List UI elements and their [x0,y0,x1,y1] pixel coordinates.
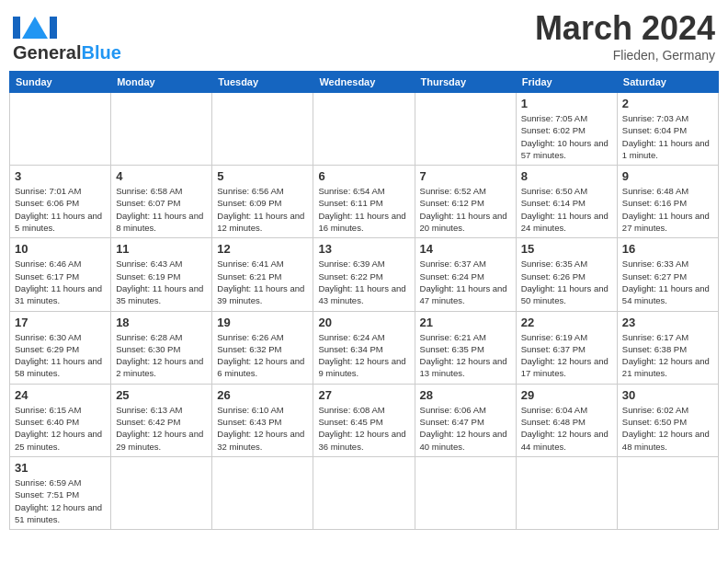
day-number: 26 [217,388,308,402]
calendar-table: Sunday Monday Tuesday Wednesday Thursday… [9,71,719,530]
weekday-header-row: Sunday Monday Tuesday Wednesday Thursday… [10,72,719,93]
calendar-cell: 15Sunrise: 6:35 AM Sunset: 6:26 PM Dayli… [516,238,617,311]
day-number: 3 [15,169,106,183]
day-info: Sunrise: 6:59 AM Sunset: 7:51 PM Dayligh… [15,477,106,525]
day-info: Sunrise: 6:06 AM Sunset: 6:47 PM Dayligh… [420,404,511,453]
calendar-cell: 23Sunrise: 6:17 AM Sunset: 6:38 PM Dayli… [617,311,718,384]
day-number: 21 [420,316,511,329]
day-info: Sunrise: 6:13 AM Sunset: 6:42 PM Dayligh… [116,404,207,453]
day-number: 14 [420,242,511,256]
calendar-cell: 16Sunrise: 6:33 AM Sunset: 6:27 PM Dayli… [617,238,718,311]
calendar-cell: 20Sunrise: 6:24 AM Sunset: 6:34 PM Dayli… [313,311,415,384]
calendar-cell [212,456,313,529]
calendar-cell: 3Sunrise: 7:01 AM Sunset: 6:06 PM Daylig… [10,166,111,238]
day-number: 5 [217,169,308,183]
day-number: 4 [116,169,207,183]
calendar-cell [617,456,718,529]
day-number: 1 [521,97,612,110]
day-number: 17 [15,316,106,329]
calendar-cell: 31Sunrise: 6:59 AM Sunset: 7:51 PM Dayli… [10,456,111,529]
calendar-cell [516,456,617,529]
day-number: 2 [622,97,713,110]
day-info: Sunrise: 6:28 AM Sunset: 6:30 PM Dayligh… [116,331,207,380]
logo-icon [13,9,61,46]
title-section: March 2024 Flieden, Germany [535,9,715,63]
calendar-cell: 30Sunrise: 6:02 AM Sunset: 6:50 PM Dayli… [617,384,718,456]
logo: GeneralBlue [13,9,121,63]
day-number: 31 [15,461,106,475]
calendar-cell: 21Sunrise: 6:21 AM Sunset: 6:35 PM Dayli… [415,311,516,384]
calendar-cell: 18Sunrise: 6:28 AM Sunset: 6:30 PM Dayli… [111,311,212,384]
calendar-cell: 19Sunrise: 6:26 AM Sunset: 6:32 PM Dayli… [212,311,313,384]
calendar-cell [313,456,415,529]
calendar-cell: 27Sunrise: 6:08 AM Sunset: 6:45 PM Dayli… [313,384,415,456]
calendar-week-row: 31Sunrise: 6:59 AM Sunset: 7:51 PM Dayli… [10,456,719,529]
calendar-cell [415,93,516,166]
calendar-cell: 22Sunrise: 6:19 AM Sunset: 6:37 PM Dayli… [516,311,617,384]
day-number: 18 [116,316,207,329]
day-info: Sunrise: 6:43 AM Sunset: 6:19 PM Dayligh… [116,258,207,306]
header-thursday: Thursday [415,72,516,93]
day-info: Sunrise: 7:05 AM Sunset: 6:02 PM Dayligh… [521,112,612,161]
calendar-cell: 10Sunrise: 6:46 AM Sunset: 6:17 PM Dayli… [10,238,111,311]
logo-blue-text: Blue [81,42,120,63]
day-info: Sunrise: 6:46 AM Sunset: 6:17 PM Dayligh… [15,258,106,306]
calendar-cell: 8Sunrise: 6:50 AM Sunset: 6:14 PM Daylig… [516,166,617,238]
day-info: Sunrise: 6:52 AM Sunset: 6:12 PM Dayligh… [420,185,511,234]
day-number: 20 [318,316,409,329]
calendar-cell: 7Sunrise: 6:52 AM Sunset: 6:12 PM Daylig… [415,166,516,238]
day-number: 28 [420,388,511,402]
day-info: Sunrise: 6:35 AM Sunset: 6:26 PM Dayligh… [521,258,612,306]
day-number: 10 [15,242,106,256]
day-info: Sunrise: 6:41 AM Sunset: 6:21 PM Dayligh… [217,258,308,306]
calendar-cell [111,93,212,166]
day-info: Sunrise: 6:50 AM Sunset: 6:14 PM Dayligh… [521,185,612,234]
calendar-cell [212,93,313,166]
header-saturday: Saturday [617,72,718,93]
day-number: 19 [217,316,308,329]
day-number: 22 [521,316,612,329]
day-info: Sunrise: 6:04 AM Sunset: 6:48 PM Dayligh… [521,404,612,453]
day-info: Sunrise: 6:19 AM Sunset: 6:37 PM Dayligh… [521,331,612,380]
calendar-cell: 14Sunrise: 6:37 AM Sunset: 6:24 PM Dayli… [415,238,516,311]
day-info: Sunrise: 6:02 AM Sunset: 6:50 PM Dayligh… [622,404,713,453]
day-number: 16 [622,242,713,256]
day-number: 6 [318,169,409,183]
header-monday: Monday [111,72,212,93]
day-number: 7 [420,169,511,183]
day-info: Sunrise: 6:10 AM Sunset: 6:43 PM Dayligh… [217,404,308,453]
day-info: Sunrise: 6:37 AM Sunset: 6:24 PM Dayligh… [420,258,511,306]
calendar-cell: 25Sunrise: 6:13 AM Sunset: 6:42 PM Dayli… [111,384,212,456]
day-number: 8 [521,169,612,183]
calendar-week-row: 1Sunrise: 7:05 AM Sunset: 6:02 PM Daylig… [10,93,719,166]
calendar-week-row: 10Sunrise: 6:46 AM Sunset: 6:17 PM Dayli… [10,238,719,311]
calendar-cell: 9Sunrise: 6:48 AM Sunset: 6:16 PM Daylig… [617,166,718,238]
svg-rect-0 [13,17,20,39]
calendar-cell: 28Sunrise: 6:06 AM Sunset: 6:47 PM Dayli… [415,384,516,456]
day-info: Sunrise: 6:33 AM Sunset: 6:27 PM Dayligh… [622,258,713,306]
location-subtitle: Flieden, Germany [535,48,715,63]
header-wednesday: Wednesday [313,72,415,93]
calendar-cell: 4Sunrise: 6:58 AM Sunset: 6:07 PM Daylig… [111,166,212,238]
day-info: Sunrise: 6:21 AM Sunset: 6:35 PM Dayligh… [420,331,511,380]
day-info: Sunrise: 6:48 AM Sunset: 6:16 PM Dayligh… [622,185,713,234]
logo-general-text: General [13,42,81,63]
calendar-cell [415,456,516,529]
calendar-cell [111,456,212,529]
calendar-cell: 2Sunrise: 7:03 AM Sunset: 6:04 PM Daylig… [617,93,718,166]
day-number: 30 [622,388,713,402]
day-number: 15 [521,242,612,256]
day-info: Sunrise: 7:01 AM Sunset: 6:06 PM Dayligh… [15,185,106,234]
day-number: 12 [217,242,308,256]
day-info: Sunrise: 6:08 AM Sunset: 6:45 PM Dayligh… [318,404,409,453]
day-info: Sunrise: 6:26 AM Sunset: 6:32 PM Dayligh… [217,331,308,380]
day-info: Sunrise: 6:56 AM Sunset: 6:09 PM Dayligh… [217,185,308,234]
calendar-cell: 13Sunrise: 6:39 AM Sunset: 6:22 PM Dayli… [313,238,415,311]
month-title: March 2024 [535,9,715,48]
calendar-week-row: 17Sunrise: 6:30 AM Sunset: 6:29 PM Dayli… [10,311,719,384]
calendar-cell [10,93,111,166]
page-header: GeneralBlue March 2024 Flieden, Germany [9,9,719,63]
header-tuesday: Tuesday [212,72,313,93]
calendar-cell: 11Sunrise: 6:43 AM Sunset: 6:19 PM Dayli… [111,238,212,311]
header-friday: Friday [516,72,617,93]
